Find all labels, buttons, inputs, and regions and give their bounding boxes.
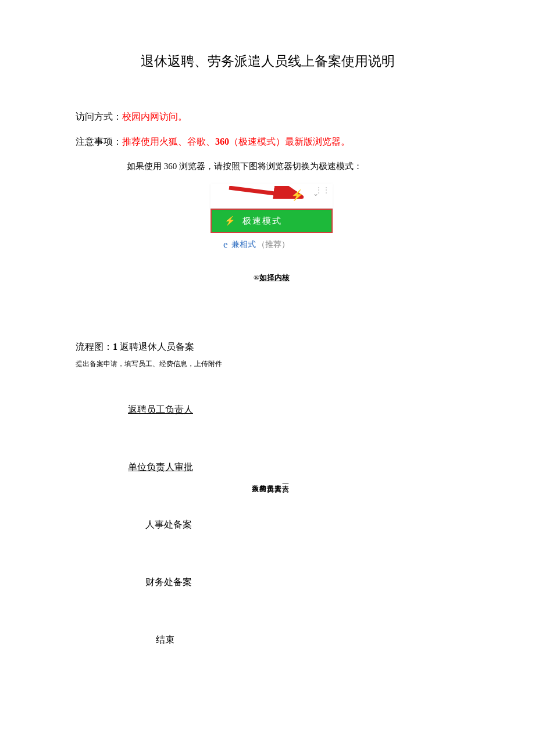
flow-step-3: 人事处备案 [145,519,459,531]
note-value: 推荐使用火狐、谷歌、360（极速模式）最新版浏览器。 [122,137,350,146]
compat-mode-option: e兼相式（推荐） [211,233,333,256]
lightning-icon: ⚡ [291,189,304,202]
flow-step-5: 结束 [156,634,459,646]
flow-subtitle: 提出备案申请，填写员工、经费信息，上传附件 [76,359,459,369]
compat-note: （推荐） [257,239,290,250]
bolt-icon: ⚡ [224,216,237,226]
sub-instruction: 如果使用 360 浏览器，请按照下图将浏览器切换为极速模式： [127,161,459,172]
access-line: 访问方式：校园内网访问。 [76,111,459,123]
flow-steps: 返聘员工负责人 单位负责人审批 人事处备案 财务处备案 结束 [128,404,459,646]
access-label: 访问方式： [76,112,122,121]
fast-mode-option: ⚡极速模式 [211,209,333,233]
flow-title: 流程图：1 返聘退休人员备案 [76,341,459,353]
flow-step-4: 财务处备案 [145,576,459,589]
note-label: 注意事项： [76,137,122,146]
browser-mode-figure: ⚡ ⌄ ⋮⋮ ⚡极速模式 e兼相式（推荐） ®如择内核 [211,184,333,283]
kernel-select: ®如择内核 [211,273,333,283]
access-value: 校园内网访问。 [122,112,187,121]
doc-title: 退休返聘、劳务派遣人员线上备案使用说明 [76,52,459,70]
more-dots-icon: ⋮⋮ [315,186,330,194]
compat-label: 兼相式 [231,239,256,250]
svg-line-1 [229,188,298,196]
note-line: 注意事项：推荐使用火狐、谷歌、360（极速模式）最新版浏览器。 [76,136,459,148]
flow-step-2: 单位负责人审批 [128,461,459,474]
fast-mode-label: 极速模式 [242,216,282,227]
flow-step-1: 返聘员工负责人 [128,404,459,416]
figure-toolbar: ⚡ ⌄ ⋮⋮ [211,184,333,209]
ie-e-icon: e [223,239,228,250]
